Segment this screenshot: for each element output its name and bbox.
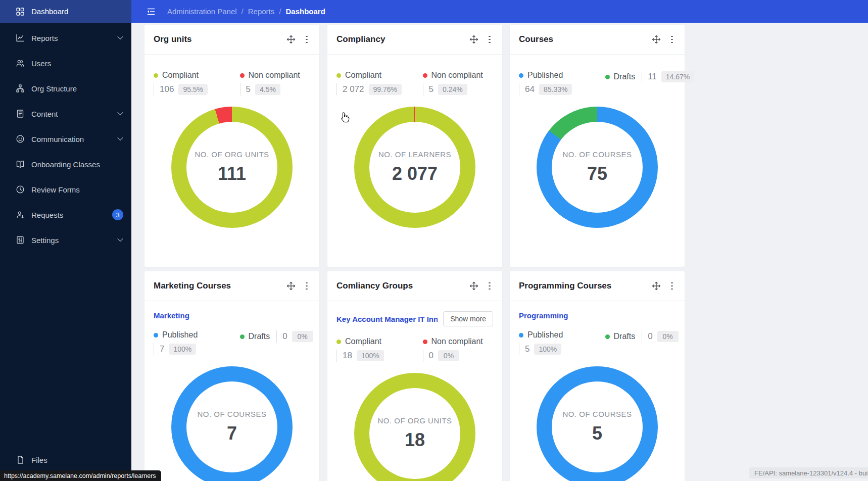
sidebar-item-dashboard[interactable]: Dashboard	[0, 0, 131, 23]
dashboard-icon	[16, 7, 25, 16]
donut-chart[interactable]: NO. OF COURSES75	[537, 107, 658, 228]
card-programming-courses: Programming Courses Programming Publishe…	[510, 271, 685, 481]
sidebar-item-label: Requests	[31, 211, 105, 219]
dashboard-content: Org units Compliant 10695.5% Non complia…	[131, 23, 868, 481]
sidebar-item-org-structure[interactable]: Org Structure	[0, 76, 131, 101]
show-more-button[interactable]: Show more	[443, 311, 493, 326]
percent-badge: 0%	[438, 350, 459, 361]
sidebar: Dashboard Reports Users Org Structure	[0, 0, 131, 481]
move-icon[interactable]	[469, 35, 478, 44]
move-icon[interactable]	[652, 35, 661, 44]
donut-chart[interactable]: NO. OF ORG UNITS18	[354, 373, 475, 481]
breadcrumb-reports[interactable]: Reports	[248, 7, 275, 16]
percent-badge: 0%	[657, 331, 679, 342]
card-org-units: Org units Compliant 10695.5% Non complia…	[144, 25, 319, 267]
sidebar-item-review-forms[interactable]: Review Forms	[0, 177, 131, 202]
sidebar-item-requests[interactable]: Requests 3	[0, 202, 131, 227]
sidebar-item-label: Onboarding Classes	[31, 160, 123, 169]
breadcrumb-separator: /	[242, 7, 244, 16]
document-icon	[16, 109, 25, 118]
kebab-menu-icon[interactable]	[303, 35, 310, 44]
card-title: Org units	[154, 34, 278, 44]
legend-item: Published 6485.33%	[519, 71, 605, 95]
legend-dot	[423, 340, 427, 344]
legend-item: Published 7100%	[154, 330, 240, 355]
percent-badge: 100%	[534, 344, 561, 355]
legend-dot	[336, 340, 341, 344]
legend-dot	[423, 73, 427, 78]
sidebar-item-content[interactable]: Content	[0, 101, 131, 126]
kebab-menu-icon[interactable]	[668, 281, 676, 291]
percent-badge: 0.24%	[438, 84, 467, 95]
user-request-icon	[16, 210, 25, 219]
menu-fold-icon[interactable]	[146, 7, 156, 17]
donut-chart[interactable]: NO. OF COURSES7	[171, 366, 293, 481]
sidebar-item-label: Communication	[31, 135, 117, 143]
sliders-icon	[16, 235, 25, 245]
percent-badge: 4.5%	[255, 84, 280, 95]
legend-item: Published 5100%	[519, 330, 605, 355]
donut-chart[interactable]: NO. OF LEARNERS2 077	[354, 107, 475, 228]
card-title: Compliancy	[336, 34, 461, 44]
percent-badge: 95.5%	[178, 84, 208, 95]
file-icon	[16, 455, 25, 464]
legend-dot	[240, 73, 245, 78]
sidebar-item-users[interactable]: Users	[0, 51, 131, 76]
legend-dot	[605, 334, 610, 339]
legend: Published 7100% Drafts 00%	[154, 320, 310, 355]
sidebar-item-label: Files	[31, 456, 123, 464]
link-preview-statusbar: https://academy.samelane.com/admin/repor…	[0, 470, 161, 481]
card-courses: Courses Published 6485.33% Drafts 1114.6…	[510, 25, 685, 267]
breadcrumb-dashboard: Dashboard	[285, 7, 325, 16]
card-compliancy-groups: Comliancy Groups Key Account Manager IT …	[327, 271, 502, 481]
kebab-menu-icon[interactable]	[486, 281, 493, 291]
legend-dot	[605, 75, 610, 79]
move-icon[interactable]	[652, 281, 661, 291]
legend-dot	[240, 334, 245, 339]
breadcrumb: Administration Panel / Reports / Dashboa…	[167, 7, 325, 16]
breadcrumb-admin-panel[interactable]: Administration Panel	[167, 7, 237, 16]
donut-chart[interactable]: NO. OF ORG UNITS111	[171, 107, 293, 228]
open-book-icon	[16, 160, 25, 169]
topbar: Administration Panel / Reports / Dashboa…	[131, 0, 868, 23]
percent-badge: 100%	[357, 350, 384, 361]
donut-chart[interactable]: NO. OF COURSES5	[537, 366, 658, 481]
legend-item: Compliant 2 07299.76%	[336, 71, 423, 95]
sidebar-item-onboarding-classes[interactable]: Onboarding Classes	[0, 152, 131, 177]
move-icon[interactable]	[286, 281, 296, 291]
sidebar-item-label: Org Structure	[31, 84, 123, 93]
chat-smiley-icon	[16, 134, 25, 143]
card-title: Programming Courses	[519, 281, 643, 291]
card-marketing-courses: Marketing Courses Marketing Published 71…	[144, 271, 319, 481]
move-icon[interactable]	[286, 35, 296, 44]
sidebar-item-files[interactable]: Files	[0, 447, 131, 472]
sidebar-item-label: Content	[31, 110, 117, 118]
requests-count-badge: 3	[112, 209, 123, 220]
legend-item: Non compliant 54.5%	[240, 71, 311, 95]
legend-item: Compliant 18100%	[336, 337, 423, 362]
sidebar-item-label: Users	[31, 59, 123, 68]
users-icon	[16, 59, 25, 68]
kebab-menu-icon[interactable]	[486, 35, 493, 44]
category-link[interactable]: Marketing	[154, 311, 189, 320]
sidebar-item-reports[interactable]: Reports	[0, 25, 131, 51]
percent-badge: 14.67%	[661, 71, 694, 82]
card-compliancy: Compliancy Compliant 2 07299.76% Non com…	[327, 25, 502, 267]
clock-icon	[16, 185, 25, 194]
kebab-menu-icon[interactable]	[303, 281, 310, 291]
move-icon[interactable]	[469, 281, 478, 291]
chevron-down-icon	[117, 137, 123, 141]
legend-item: Compliant 10695.5%	[154, 71, 240, 95]
percent-badge: 0%	[292, 331, 313, 342]
legend: Published 5100% Drafts 00%	[519, 320, 676, 355]
sidebar-item-label: Settings	[31, 236, 117, 245]
sidebar-item-settings[interactable]: Settings	[0, 227, 131, 253]
sidebar-item-communication[interactable]: Communication	[0, 126, 131, 152]
category-link[interactable]: Programming	[519, 311, 568, 320]
legend-item: Non compliant 50.24%	[423, 71, 494, 95]
card-title: Marketing Courses	[154, 281, 278, 291]
card-title: Comliancy Groups	[336, 281, 461, 291]
kebab-menu-icon[interactable]	[668, 35, 676, 44]
legend-dot	[154, 73, 158, 78]
group-link[interactable]: Key Account Manager IT Innsbru	[336, 315, 438, 323]
